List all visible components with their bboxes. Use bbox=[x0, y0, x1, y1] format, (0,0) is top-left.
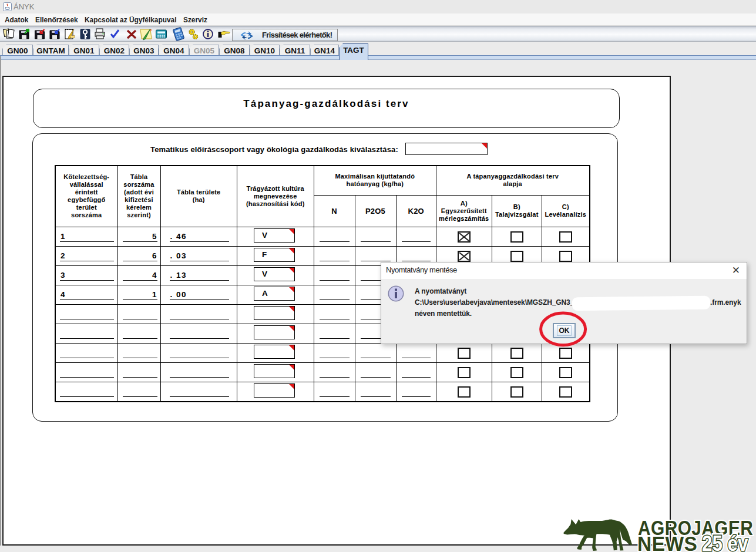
svg-text:NEWS: NEWS bbox=[637, 532, 697, 552]
svg-text:25 év: 25 év bbox=[702, 531, 748, 552]
